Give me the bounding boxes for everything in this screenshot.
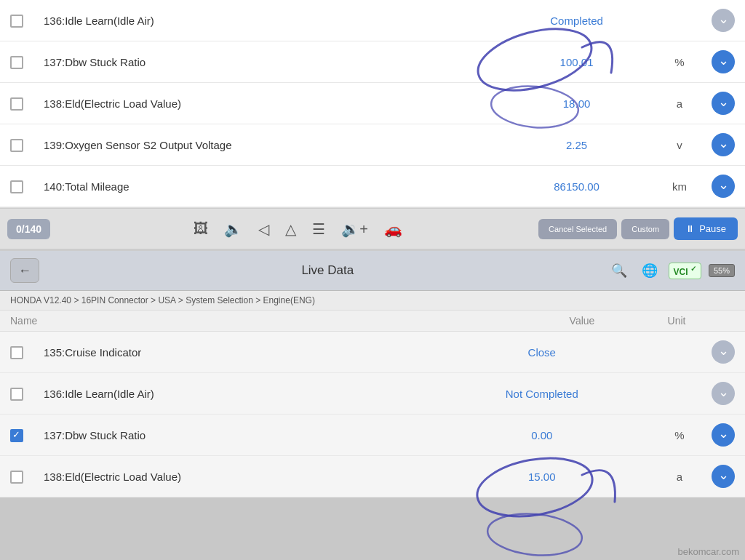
row-label: 138:Eld(Electric Load Value) (33, 83, 495, 124)
row-checkbox[interactable] (10, 56, 23, 69)
row-unit (658, 332, 701, 373)
row-unit: v (658, 124, 701, 166)
checkbox-cell[interactable] (0, 415, 33, 456)
globe-icon[interactable]: 🌐 (638, 259, 661, 282)
breadcrumb: HONDA V12.40 > 16PIN Connector > USA > S… (0, 291, 745, 311)
top-data-table: 136:Idle Learn(Idle Air) Completed 137:D… (0, 0, 745, 207)
expand-icon[interactable] (712, 50, 735, 73)
bottom-nav-bar: 0/140 🖼 🔈 ◁ △ ☰ 🔉+ 🚗 Cancel Selected Cus… (0, 208, 745, 249)
expand-icon[interactable] (712, 133, 735, 156)
battery-indicator: 55% (709, 264, 735, 277)
row-unit: a (658, 456, 701, 497)
bottom-data-table: 135:Cruise Indicator Close 136:Idle Lear… (0, 332, 745, 497)
row-checkbox[interactable] (10, 388, 23, 401)
row-action[interactable] (701, 124, 745, 166)
checkbox-cell[interactable] (0, 373, 33, 415)
row-value: 100.01 (495, 41, 658, 83)
bottom-panel: ← Live Data 🔍 🌐 VCI ✓ 55% HONDA V12.40 >… (0, 249, 745, 497)
row-action[interactable] (701, 0, 745, 41)
row-checkbox[interactable] (10, 180, 23, 193)
checkbox-cell[interactable] (0, 166, 33, 207)
col-action-header (698, 315, 735, 327)
row-unit: % (658, 415, 701, 456)
row-checkbox[interactable] (10, 346, 23, 359)
col-unit-header: Unit (655, 315, 698, 327)
row-checkbox[interactable] (10, 139, 23, 152)
expand-icon[interactable] (712, 9, 735, 32)
table-row: 138:Eld(Electric Load Value) 15.00 a (0, 456, 745, 497)
row-unit: km (658, 166, 701, 207)
row-action[interactable] (701, 166, 745, 207)
checkbox-cell[interactable] (0, 41, 33, 83)
expand-icon[interactable] (712, 423, 735, 447)
table-row: 140:Total Mileage 86150.00 km (0, 166, 745, 207)
row-action[interactable] (701, 415, 745, 456)
header-bar: ← Live Data 🔍 🌐 VCI ✓ 55% (0, 251, 745, 291)
row-label: 138:Eld(Electric Load Value) (33, 456, 426, 497)
expand-icon[interactable] (712, 340, 735, 364)
expand-icon[interactable] (712, 92, 735, 115)
expand-icon[interactable] (712, 382, 735, 405)
header-icons: 🔍 🌐 VCI ✓ 55% (607, 259, 735, 282)
table-row: 136:Idle Learn(Idle Air) Not Completed (0, 373, 745, 415)
image-icon[interactable]: 🖼 (194, 220, 208, 237)
checkbox-cell[interactable] (0, 124, 33, 166)
back-button[interactable]: ← (10, 258, 39, 283)
checkbox-cell[interactable] (0, 83, 33, 124)
volume-icon[interactable]: 🔈 (224, 220, 242, 238)
table-row: 137:Dbw Stuck Ratio 100.01 % (0, 41, 745, 83)
table-row: 137:Dbw Stuck Ratio 0.00 % (0, 415, 745, 456)
search-icon[interactable]: 🔍 (607, 259, 631, 282)
row-value: 2.25 (495, 124, 658, 166)
row-value: 0.00 (426, 415, 658, 456)
car-icon[interactable]: 🚗 (384, 220, 402, 238)
col-name-header: Name (10, 315, 509, 327)
row-action[interactable] (701, 456, 745, 497)
page-title: Live Data (48, 263, 607, 278)
row-action[interactable] (701, 332, 745, 373)
row-action[interactable] (701, 373, 745, 415)
table-row: 135:Cruise Indicator Close (0, 332, 745, 373)
row-checkbox[interactable] (10, 15, 23, 28)
row-label: 136:Idle Learn(Idle Air) (33, 0, 495, 41)
row-checkbox[interactable] (10, 471, 23, 484)
row-label: 137:Dbw Stuck Ratio (33, 41, 495, 83)
row-label: 135:Cruise Indicator (33, 332, 426, 373)
row-value: 86150.00 (495, 166, 658, 207)
table-row: 139:Oxygen Sensor S2 Output Voltage 2.25… (0, 124, 745, 166)
table-row: 136:Idle Learn(Idle Air) Completed (0, 0, 745, 41)
nav-icons: 🖼 🔈 ◁ △ ☰ 🔉+ 🚗 (57, 220, 538, 238)
expand-icon[interactable] (712, 465, 735, 488)
checkbox-cell[interactable] (0, 456, 33, 497)
row-label: 137:Dbw Stuck Ratio (33, 415, 426, 456)
row-value: Close (426, 332, 658, 373)
column-header: Name Value Unit (0, 311, 745, 332)
checkbox-cell[interactable] (0, 332, 33, 373)
pause-button[interactable]: ⏸ Pause (674, 217, 738, 240)
row-unit: a (658, 83, 701, 124)
vci-badge: VCI ✓ (669, 263, 701, 279)
home-icon[interactable]: △ (285, 220, 296, 238)
counter-badge: 0/140 (7, 219, 50, 239)
row-value: Not Completed (426, 373, 658, 415)
cancel-selected-button[interactable]: Cancel Selected (538, 219, 617, 239)
row-unit: % (658, 41, 701, 83)
menu-icon[interactable]: ☰ (312, 220, 325, 238)
top-panel: 136:Idle Learn(Idle Air) Completed 137:D… (0, 0, 745, 208)
row-value: Completed (495, 0, 658, 41)
row-checkbox[interactable] (10, 97, 23, 111)
custom-button[interactable]: Custom (621, 219, 669, 239)
row-unit (658, 373, 701, 415)
row-action[interactable] (701, 41, 745, 83)
row-action[interactable] (701, 83, 745, 124)
col-value-header: Value (509, 315, 655, 327)
volume-plus-icon[interactable]: 🔉+ (341, 220, 368, 238)
checkbox-cell[interactable] (0, 0, 33, 41)
watermark: bekomcar.com (677, 546, 739, 557)
back-nav-icon[interactable]: ◁ (258, 220, 269, 238)
row-checkbox[interactable] (10, 429, 23, 442)
row-unit (658, 0, 701, 41)
row-label: 140:Total Mileage (33, 166, 495, 207)
expand-icon[interactable] (712, 175, 735, 198)
row-value: 18.00 (495, 83, 658, 124)
